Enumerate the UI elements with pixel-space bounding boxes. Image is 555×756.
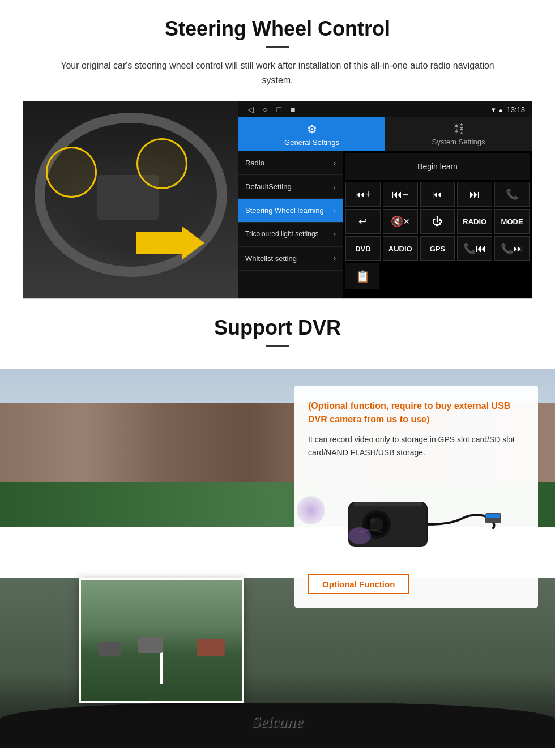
prev-icon: ⏮ (432, 189, 442, 200)
audio-btn[interactable]: AUDIO (383, 236, 418, 261)
menu-item-steering-label: Steering Wheel learning (245, 206, 324, 215)
menu-item-radio-label: Radio (245, 159, 264, 167)
vol-down-btn[interactable]: ⏮− (383, 182, 418, 207)
inset-car-2 (138, 637, 163, 653)
menu-item-whitelist[interactable]: Whitelist setting › (238, 247, 343, 271)
mute-btn[interactable]: 🔇× (383, 209, 418, 234)
audio-label: AUDIO (388, 245, 412, 253)
svg-point-6 (370, 518, 375, 523)
optional-function-button[interactable]: Optional Function (308, 574, 409, 594)
control-row-4: 📋 (345, 263, 530, 289)
android-content: Radio › DefaultSetting › Steering Wheel … (238, 151, 532, 298)
steering-wheel-photo (23, 101, 238, 298)
phone-prev-icon: 📞⏮ (463, 242, 486, 255)
steering-title: Steering Wheel Control (23, 17, 532, 41)
menu-item-default-label: DefaultSetting (245, 182, 292, 191)
menu-item-default[interactable]: DefaultSetting › (238, 175, 343, 199)
sw-circle-left (46, 147, 97, 198)
android-tabs: ⚙ General Settings ⛓ System Settings (238, 117, 532, 151)
nav-icons: ◁ ○ □ ■ (238, 105, 488, 114)
menu-chevron-whitelist: › (334, 254, 336, 262)
tab-general-label: General Settings (284, 138, 339, 147)
menu-chevron-default: › (334, 183, 336, 191)
camera-glow (297, 496, 325, 524)
phone-icon: 📞 (506, 188, 518, 200)
phone-prev-btn[interactable]: 📞⏮ (457, 236, 492, 261)
back-icon: ◁ (247, 105, 254, 114)
dvr-main-area: (Optional function, require to buy exter… (0, 369, 555, 748)
tab-general-settings[interactable]: ⚙ General Settings (238, 117, 385, 151)
wifi-icon: ▴ (499, 105, 503, 114)
phone-next-btn[interactable]: 📞⏭ (494, 236, 530, 261)
android-statusbar: ◁ ○ □ ■ ▾ ▴ 13:13 (238, 101, 532, 117)
dvr-title-area: Support DVR (0, 299, 555, 369)
tab-system-settings[interactable]: ⛓ System Settings (385, 117, 532, 151)
control-panel: Begin learn ⏮+ ⏮− ⏮ ⏭ 📞 ↩ 🔇× ⏻ (343, 151, 532, 298)
radio-btn[interactable]: RADIO (457, 209, 492, 234)
back-call-btn[interactable]: ↩ (345, 209, 381, 234)
svg-marker-0 (136, 226, 204, 260)
mode-label: MODE (501, 217, 523, 226)
gps-label: GPS (430, 245, 445, 253)
dvr-info-box: (Optional function, require to buy exter… (294, 386, 538, 608)
vol-up-icon: ⏮+ (355, 189, 372, 200)
svg-rect-7 (354, 502, 422, 506)
back-call-icon: ↩ (358, 215, 367, 228)
vol-down-icon: ⏮− (392, 189, 408, 200)
inset-car-1 (98, 642, 121, 656)
power-icon: ⏻ (432, 216, 442, 228)
system-settings-icon: ⛓ (453, 122, 464, 135)
sw-circle-right (136, 138, 187, 189)
inset-road-line (160, 650, 163, 684)
steering-ui-screenshot: ◁ ○ □ ■ ▾ ▴ 13:13 ⚙ General Settings ⛓ S… (23, 101, 532, 299)
menu-item-whitelist-label: Whitelist setting (245, 254, 297, 263)
title-divider (266, 46, 289, 48)
dvr-description: It can record video only to storage in G… (308, 433, 524, 459)
dvr-title-divider (266, 345, 289, 347)
steering-section: Steering Wheel Control Your original car… (0, 0, 555, 299)
status-time: 13:13 (506, 105, 525, 114)
inset-car-3 (197, 639, 225, 656)
sw-arrow (136, 226, 204, 260)
home-icon: ○ (263, 105, 267, 114)
dvd-btn[interactable]: DVD (345, 236, 381, 261)
control-row-1: ⏮+ ⏮− ⏮ ⏭ 📞 (345, 182, 530, 207)
menu-icon: ■ (291, 105, 295, 114)
vol-up-btn[interactable]: ⏮+ (345, 182, 381, 207)
camera-svg (326, 473, 507, 564)
gps-btn[interactable]: GPS (420, 236, 455, 261)
dvr-camera-illustration (308, 468, 524, 570)
begin-learn-button[interactable]: Begin learn (345, 153, 530, 180)
menu-chevron-steering: › (334, 207, 336, 215)
mode-btn[interactable]: MODE (494, 209, 530, 234)
dvr-section: Support DVR (Optional function, require … (0, 299, 555, 748)
phone-btn[interactable]: 📞 (494, 182, 530, 207)
control-row-3: DVD AUDIO GPS 📞⏮ 📞⏭ (345, 236, 530, 261)
seicane-logo: Seicane (252, 713, 303, 731)
android-ui-panel: ◁ ○ □ ■ ▾ ▴ 13:13 ⚙ General Settings ⛓ S… (238, 101, 532, 298)
doc-icon: 📋 (356, 270, 370, 283)
menu-item-steering[interactable]: Steering Wheel learning › (238, 199, 343, 223)
doc-icon-btn[interactable]: 📋 (345, 263, 379, 289)
mute-icon: 🔇× (391, 215, 409, 228)
steering-description: Your original car's steering wheel contr… (45, 58, 510, 87)
next-btn[interactable]: ⏭ (457, 182, 492, 207)
prev-btn[interactable]: ⏮ (420, 182, 455, 207)
signal-icon: ▾ (492, 105, 496, 114)
optional-function-btn-container: Optional Function (308, 574, 524, 594)
android-menu-list: Radio › DefaultSetting › Steering Wheel … (238, 151, 343, 298)
menu-item-tricoloured-label: Tricoloured light settings (245, 230, 319, 239)
menu-chevron-radio: › (334, 159, 336, 167)
menu-item-radio[interactable]: Radio › (238, 151, 343, 175)
next-icon: ⏭ (469, 189, 480, 200)
dvr-optional-title: (Optional function, require to buy exter… (308, 399, 524, 426)
phone-next-icon: 📞⏭ (501, 242, 523, 255)
radio-label: RADIO (463, 217, 486, 226)
power-btn[interactable]: ⏻ (420, 209, 455, 234)
control-row-2: ↩ 🔇× ⏻ RADIO MODE (345, 209, 530, 234)
menu-chevron-tricoloured: › (334, 230, 336, 238)
recent-icon: □ (276, 105, 281, 114)
dvr-title: Support DVR (23, 316, 532, 340)
svg-rect-9 (486, 514, 500, 518)
menu-item-tricoloured[interactable]: Tricoloured light settings › (238, 223, 343, 247)
